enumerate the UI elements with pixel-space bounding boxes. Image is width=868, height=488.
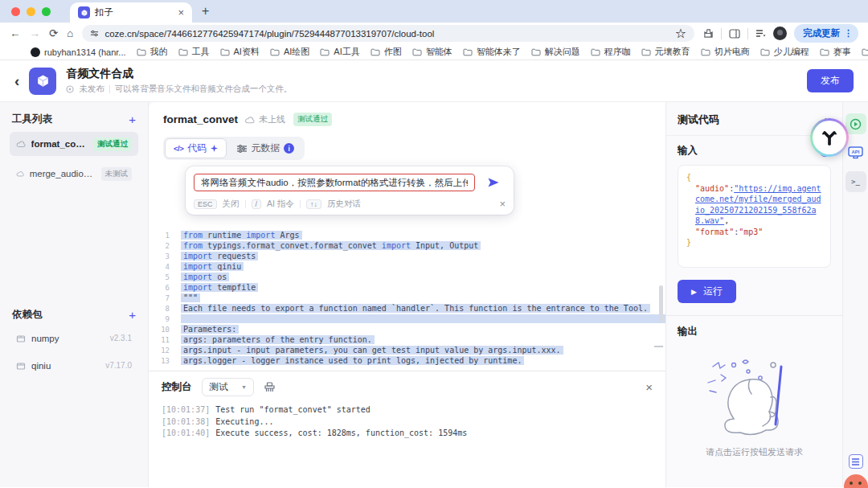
bookmark-folder[interactable]: AI资料: [220, 46, 260, 58]
new-tab-button[interactable]: +: [202, 4, 209, 18]
publish-button[interactable]: 发布: [807, 69, 854, 92]
input-section-header: 输入 A: [678, 144, 831, 158]
console-filter-dropdown[interactable]: 测试 ▾: [202, 378, 254, 396]
arrows-key: ↑↓: [306, 199, 321, 209]
terminal-icon[interactable]: >_: [845, 171, 866, 192]
folder-icon: [137, 48, 146, 56]
back-icon[interactable]: ←: [10, 28, 21, 39]
bookmark-folder[interactable]: 工具: [178, 46, 210, 58]
extensions-icon[interactable]: [703, 28, 714, 39]
line-number: 10: [149, 326, 170, 334]
add-tool-button[interactable]: +: [129, 113, 136, 125]
code-line: 4import qiniu: [149, 261, 665, 272]
esc-key: ESC: [194, 199, 217, 209]
run-button-label: 运行: [703, 285, 723, 298]
close-popover-icon[interactable]: ×: [499, 198, 506, 210]
ai-command-popover: ESC 关闭 / AI 指令 ↑↓ 历史对话 ×: [186, 166, 514, 215]
test-panel-title: 测试代码: [678, 113, 719, 127]
code-text: args: parameters of the entry function.: [181, 335, 375, 344]
test-pass-badge: 测试通过: [293, 113, 332, 126]
tab-close-icon[interactable]: ×: [178, 7, 184, 18]
output-empty-state: 请点击运行按钮发送请求: [678, 338, 831, 487]
bookmark-label: AI资料: [234, 46, 260, 58]
test-input-json[interactable]: {"audio":"https://img.agentcome.net/myfi…: [678, 165, 831, 268]
bookmark-folder[interactable]: 智能体: [412, 46, 452, 58]
more-menu-icon[interactable]: ⋮: [844, 28, 853, 39]
feedback-doc-icon[interactable]: [849, 454, 863, 469]
url-text[interactable]: coze.cn/space/7446612776425947174/plugin…: [104, 29, 669, 39]
floating-assistant-widget[interactable]: [810, 118, 849, 157]
plugin-description: 可以将背景音乐文件和音频文件合成一个文件。: [115, 84, 293, 95]
browser-tab[interactable]: 扣子 ×: [70, 2, 192, 23]
editor-tab-group: </> 代码 元数据 i: [163, 137, 305, 160]
close-window-button[interactable]: [11, 7, 20, 16]
close-console-icon[interactable]: ×: [645, 381, 653, 393]
bookmark-label: 解决问题: [545, 46, 580, 58]
line-number: 6: [149, 284, 170, 292]
add-dependency-button[interactable]: +: [129, 309, 136, 321]
json-brace: {: [686, 172, 822, 183]
bookmark-folder[interactable]: 赛事: [820, 46, 851, 58]
mascot-peek-icon[interactable]: [844, 474, 868, 488]
svg-text:API: API: [851, 150, 859, 154]
empty-state-illustration: [698, 355, 811, 440]
api-doc-icon[interactable]: API: [845, 142, 866, 163]
dependency-item[interactable]: numpyv2.3.1: [10, 327, 138, 349]
dependency-item[interactable]: qiniuv7.17.0: [10, 355, 138, 376]
arrows-label: 历史对话: [327, 199, 361, 210]
online-status-label: 未上线: [259, 113, 285, 125]
bookmark-folder[interactable]: 少儿编程: [760, 46, 809, 58]
tab-metadata[interactable]: 元数据 i: [228, 138, 303, 158]
test-panel: 测试代码 × 输入 A {"audio":"https://img.agentc…: [665, 102, 842, 487]
ai-command-input[interactable]: [194, 174, 475, 191]
divider: [109, 85, 110, 93]
sidebar-tool-item[interactable]: merge_audio_and_...未测试: [10, 162, 138, 186]
bookmark-folder[interactable]: AI绘图: [270, 46, 309, 58]
profile-avatar[interactable]: [773, 27, 787, 40]
side-panel-icon[interactable]: [729, 29, 740, 39]
home-icon[interactable]: ⌂: [67, 28, 73, 39]
clear-console-icon[interactable]: [264, 382, 276, 393]
send-button[interactable]: [481, 173, 506, 192]
bookmark-label: 切片电商: [714, 46, 750, 58]
line-number: 3: [149, 252, 170, 260]
code-text: """: [181, 293, 200, 302]
bookmark-folder[interactable]: 作图: [371, 46, 402, 58]
bookmark-folder[interactable]: 软考: [862, 46, 868, 58]
bookmark-folder[interactable]: 解决问题: [531, 46, 580, 58]
bookmark-folder[interactable]: AI工具: [320, 46, 359, 58]
site-info-icon[interactable]: [90, 29, 99, 38]
run-button[interactable]: ▶ 运行: [678, 280, 736, 303]
url-bar[interactable]: coze.cn/space/7446612776425947174/plugin…: [82, 25, 694, 42]
run-test-icon[interactable]: [845, 113, 866, 134]
bookmark-folder[interactable]: 切片电商: [701, 46, 750, 58]
bookmark-github[interactable]: rubyhan1314 (hanr...: [31, 47, 126, 57]
bookmark-folder[interactable]: 程序咖: [591, 46, 631, 58]
tab-code[interactable]: </> 代码: [165, 138, 227, 158]
code-icon: </>: [174, 144, 183, 153]
reload-icon[interactable]: ⟳: [49, 28, 58, 39]
bookmark-folder[interactable]: 我的: [137, 46, 168, 58]
back-chevron-icon[interactable]: ‹: [14, 73, 19, 88]
chrome-update-button[interactable]: 完成更新 ⋮: [794, 24, 858, 43]
editor-tabs-row: </> 代码 元数据 i: [149, 129, 665, 163]
bookmark-star-icon[interactable]: ☆: [675, 26, 686, 41]
sidebar-tool-item[interactable]: format_convet测试通过: [10, 132, 138, 156]
plugin-title-block: 音频文件合成 未发布 可以将背景音乐文件和音频文件合成一个文件。: [66, 67, 292, 95]
editor-scrollbar[interactable]: [659, 285, 663, 322]
bookmark-folder[interactable]: 智能体来了: [463, 46, 521, 58]
code-text: args.input - input parameters, you can g…: [181, 346, 563, 355]
minimize-window-button[interactable]: [27, 7, 35, 16]
console-title: 控制台: [162, 380, 192, 394]
bookmark-folder[interactable]: 元壤教育: [641, 46, 690, 58]
maximize-window-button[interactable]: [42, 7, 51, 16]
code-editor[interactable]: 1from runtime import Args2from typings.f…: [149, 228, 665, 371]
tool-header: format_convet 未上线 测试通过: [149, 102, 665, 129]
ai-popover-hints: ESC 关闭 / AI 指令 ↑↓ 历史对话 ×: [194, 198, 506, 210]
dependency-list: numpyv2.3.1qiniuv7.17.0: [10, 327, 138, 376]
line-number: 7: [149, 294, 170, 302]
forward-icon[interactable]: →: [30, 28, 41, 39]
folder-icon: [591, 48, 600, 56]
assistant-logo-icon: [813, 121, 846, 154]
tab-list-icon[interactable]: [755, 29, 766, 38]
